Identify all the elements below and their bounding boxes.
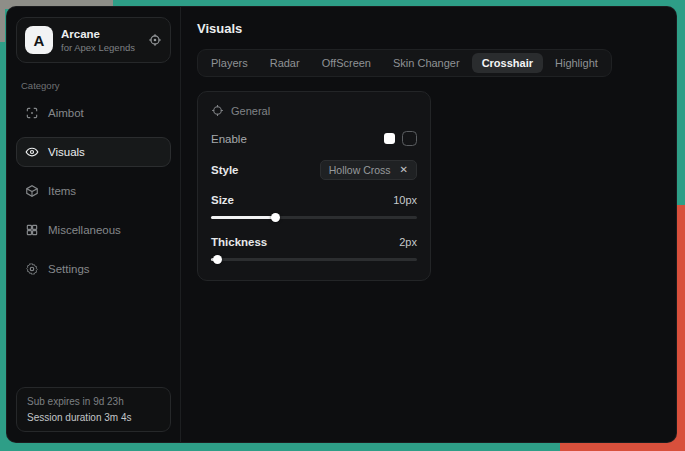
sidebar-item-label: Items xyxy=(48,185,76,197)
sidebar-item-settings[interactable]: Settings xyxy=(16,254,171,284)
thickness-slider[interactable] xyxy=(211,255,417,264)
grid-icon xyxy=(25,223,39,237)
style-select[interactable]: Hollow Cross ✕ xyxy=(320,160,417,180)
subscription-info-card: Sub expires in 9d 23h Session duration 3… xyxy=(16,387,171,432)
eye-icon xyxy=(25,145,39,159)
brand-text: Arcane for Apex Legends xyxy=(61,28,135,53)
size-slider[interactable] xyxy=(211,213,417,222)
tab-skin-changer[interactable]: Skin Changer xyxy=(383,53,470,73)
app-title: Arcane xyxy=(61,28,135,40)
panel-header: General xyxy=(211,104,417,117)
sidebar-nav: Aimbot Visuals Items xyxy=(16,98,171,284)
style-label: Style xyxy=(211,164,239,176)
cheat-menu-window: A Arcane for Apex Legends Category xyxy=(6,6,677,443)
sidebar-item-visuals[interactable]: Visuals xyxy=(16,137,171,167)
background-grey-patch xyxy=(0,0,5,42)
slider-fill xyxy=(211,216,275,219)
tab-offscreen[interactable]: OffScreen xyxy=(312,53,381,73)
sub-expiry-text: Sub expires in 9d 23h xyxy=(27,396,160,407)
slider-handle[interactable] xyxy=(213,255,222,264)
enable-checkbox[interactable] xyxy=(402,131,417,146)
sidebar-item-aimbot[interactable]: Aimbot xyxy=(16,98,171,128)
main-content: Visuals Players Radar OffScreen Skin Cha… xyxy=(181,7,676,442)
slider-handle[interactable] xyxy=(271,213,280,222)
style-row: Style Hollow Cross ✕ xyxy=(211,160,417,180)
sidebar-item-label: Aimbot xyxy=(48,107,84,119)
aimbot-scope-icon xyxy=(25,106,39,120)
app-logo: A xyxy=(25,26,53,54)
crosshair-scope-icon xyxy=(211,104,224,117)
sidebar-item-items[interactable]: Items xyxy=(16,176,171,206)
app-subtitle: for Apex Legends xyxy=(61,42,135,53)
category-label: Category xyxy=(21,80,166,91)
thickness-value: 2px xyxy=(399,236,417,248)
tab-players[interactable]: Players xyxy=(201,53,258,73)
enable-row: Enable xyxy=(211,131,417,146)
page-title: Visuals xyxy=(197,21,660,36)
tab-crosshair[interactable]: Crosshair xyxy=(472,53,543,73)
style-selected-value: Hollow Cross xyxy=(329,164,391,176)
slider-track xyxy=(211,258,417,261)
session-duration-text: Session duration 3m 4s xyxy=(27,412,160,423)
sidebar-item-label: Settings xyxy=(48,263,90,275)
target-icon[interactable] xyxy=(148,33,162,47)
sidebar-item-label: Miscellaneous xyxy=(48,224,121,236)
color-swatch[interactable] xyxy=(384,133,395,144)
tab-highlight[interactable]: Highlight xyxy=(545,53,608,73)
enable-label: Enable xyxy=(211,133,247,145)
general-panel: General Enable Style Hollow Cross ✕ xyxy=(197,91,431,281)
thickness-row: Thickness 2px xyxy=(211,236,417,248)
clear-icon[interactable]: ✕ xyxy=(400,165,408,175)
sidebar-item-label: Visuals xyxy=(48,146,85,158)
size-value: 10px xyxy=(393,194,417,206)
panel-title: General xyxy=(231,105,270,117)
brand-card: A Arcane for Apex Legends xyxy=(16,17,171,63)
size-row: Size 10px xyxy=(211,194,417,206)
gear-icon xyxy=(25,262,39,276)
visuals-tabbar: Players Radar OffScreen Skin Changer Cro… xyxy=(197,49,612,77)
box-icon xyxy=(25,184,39,198)
sidebar-item-miscellaneous[interactable]: Miscellaneous xyxy=(16,215,171,245)
tab-radar[interactable]: Radar xyxy=(260,53,310,73)
sidebar: A Arcane for Apex Legends Category xyxy=(7,7,181,442)
thickness-label: Thickness xyxy=(211,236,267,248)
size-label: Size xyxy=(211,194,234,206)
